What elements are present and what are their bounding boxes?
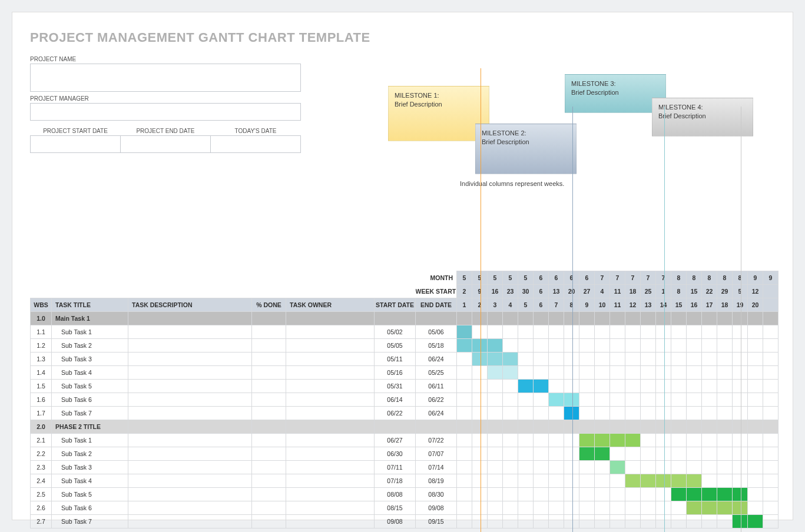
gantt-cell[interactable] [534, 447, 549, 461]
pct-done-cell[interactable] [252, 353, 286, 366]
gantt-cell[interactable] [595, 312, 610, 325]
gantt-cell[interactable] [564, 312, 579, 325]
start-date-cell[interactable]: 06/22 [375, 407, 416, 420]
gantt-cell[interactable] [564, 488, 579, 501]
start-date-cell[interactable]: 05/02 [375, 325, 416, 339]
gantt-cell[interactable] [671, 339, 687, 353]
gantt-cell[interactable] [748, 488, 763, 501]
gantt-cell[interactable] [671, 407, 687, 420]
gantt-cell[interactable] [656, 488, 671, 501]
gantt-cell[interactable] [457, 380, 472, 393]
gantt-cell[interactable] [748, 366, 763, 380]
gantt-cell[interactable] [733, 312, 748, 325]
gantt-cell[interactable] [534, 353, 549, 366]
task-desc-cell[interactable] [128, 515, 252, 528]
gantt-cell[interactable] [763, 407, 779, 420]
gantt-cell[interactable] [671, 420, 687, 434]
gantt-cell[interactable] [518, 339, 534, 353]
pct-done-cell[interactable] [252, 515, 286, 528]
gantt-cell[interactable] [549, 515, 564, 528]
gantt-cell[interactable] [503, 501, 518, 515]
gantt-cell[interactable] [702, 461, 717, 474]
gantt-cell[interactable] [503, 312, 518, 325]
gantt-cell[interactable] [656, 407, 671, 420]
gantt-cell[interactable] [656, 325, 671, 339]
gantt-cell[interactable] [503, 366, 518, 380]
gantt-cell[interactable] [579, 339, 595, 353]
gantt-cell[interactable] [656, 353, 671, 366]
gantt-cell[interactable] [641, 312, 656, 325]
gantt-cell[interactable] [641, 353, 656, 366]
gantt-cell[interactable] [595, 420, 610, 434]
project-manager-input[interactable] [30, 103, 301, 121]
gantt-cell[interactable] [733, 393, 748, 407]
gantt-cell[interactable] [518, 407, 534, 420]
gantt-cell[interactable] [472, 461, 488, 474]
gantt-cell[interactable] [518, 353, 534, 366]
gantt-cell[interactable] [717, 339, 733, 353]
gantt-cell[interactable] [564, 501, 579, 515]
end-date-cell[interactable]: 06/24 [416, 353, 457, 366]
gantt-cell[interactable] [641, 407, 656, 420]
gantt-cell[interactable] [534, 325, 549, 339]
gantt-cell[interactable] [549, 353, 564, 366]
gantt-cell[interactable] [518, 325, 534, 339]
start-date-cell[interactable]: 08/08 [375, 488, 416, 501]
gantt-cell[interactable] [488, 461, 503, 474]
gantt-cell[interactable] [488, 380, 503, 393]
gantt-cell[interactable] [610, 461, 625, 474]
gantt-cell[interactable] [534, 407, 549, 420]
milestone-box-3[interactable]: MILESTONE 3:Brief Description [565, 74, 666, 113]
start-date-cell[interactable] [375, 312, 416, 325]
gantt-cell[interactable] [595, 501, 610, 515]
end-date-cell[interactable]: 06/24 [416, 407, 457, 420]
task-desc-cell[interactable] [128, 325, 252, 339]
gantt-cell[interactable] [503, 434, 518, 447]
task-title-cell[interactable]: Sub Task 4 [52, 366, 128, 380]
end-date-cell[interactable]: 09/08 [416, 501, 457, 515]
gantt-cell[interactable] [671, 434, 687, 447]
gantt-cell[interactable] [610, 501, 625, 515]
pct-done-cell[interactable] [252, 461, 286, 474]
gantt-cell[interactable] [534, 488, 549, 501]
gantt-cell[interactable] [641, 380, 656, 393]
pct-done-cell[interactable] [252, 380, 286, 393]
gantt-cell[interactable] [579, 420, 595, 434]
gantt-cell[interactable] [457, 339, 472, 353]
gantt-cell[interactable] [610, 353, 625, 366]
gantt-cell[interactable] [549, 312, 564, 325]
gantt-cell[interactable] [503, 353, 518, 366]
end-date-cell[interactable] [416, 420, 457, 434]
gantt-cell[interactable] [625, 407, 641, 420]
gantt-cell[interactable] [702, 420, 717, 434]
gantt-cell[interactable] [503, 339, 518, 353]
gantt-cell[interactable] [763, 393, 779, 407]
gantt-cell[interactable] [503, 488, 518, 501]
start-date-cell[interactable]: 06/14 [375, 393, 416, 407]
gantt-cell[interactable] [579, 434, 595, 447]
gantt-cell[interactable] [549, 461, 564, 474]
task-title-cell[interactable]: Sub Task 7 [52, 407, 128, 420]
gantt-cell[interactable] [733, 325, 748, 339]
gantt-cell[interactable] [748, 407, 763, 420]
gantt-cell[interactable] [671, 325, 687, 339]
end-date-cell[interactable]: 05/18 [416, 339, 457, 353]
gantt-cell[interactable] [564, 353, 579, 366]
end-date-cell[interactable]: 07/07 [416, 447, 457, 461]
task-owner-cell[interactable] [286, 325, 375, 339]
start-date-cell[interactable]: 05/31 [375, 380, 416, 393]
gantt-cell[interactable] [671, 393, 687, 407]
gantt-cell[interactable] [457, 353, 472, 366]
gantt-cell[interactable] [549, 366, 564, 380]
gantt-cell[interactable] [748, 447, 763, 461]
gantt-cell[interactable] [488, 353, 503, 366]
gantt-cell[interactable] [457, 488, 472, 501]
project-end-date-input[interactable] [120, 135, 211, 153]
task-desc-cell[interactable] [128, 393, 252, 407]
gantt-cell[interactable] [687, 447, 702, 461]
gantt-cell[interactable] [641, 325, 656, 339]
gantt-cell[interactable] [748, 339, 763, 353]
gantt-cell[interactable] [733, 407, 748, 420]
gantt-cell[interactable] [610, 366, 625, 380]
gantt-cell[interactable] [717, 447, 733, 461]
